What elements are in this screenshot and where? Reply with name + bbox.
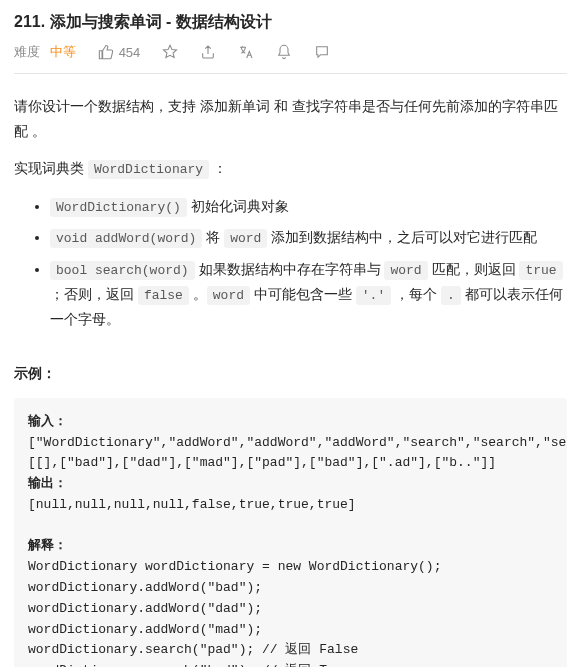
method-text: 如果数据结构中存在字符串与 [195,261,385,277]
class-name-code: WordDictionary [88,160,209,179]
bell-icon [276,44,292,60]
example-output-line: [null,null,null,null,false,true,true,tru… [28,497,356,512]
method-code: word [224,229,267,248]
desc-paragraph-2: 实现词典类 WordDictionary ： [14,156,567,181]
method-code: '.' [356,286,391,305]
difficulty-value: 中等 [50,44,76,59]
problem-description: 请你设计一个数据结构，支持 添加新单词 和 查找字符串是否与任何先前添加的字符串… [14,94,567,667]
thumbs-up-icon [98,44,114,60]
method-item-0: WordDictionary() 初始化词典对象 [50,194,567,219]
method-item-1: void addWord(word) 将 word 添加到数据结构中，之后可以对… [50,225,567,250]
share-icon [200,44,216,60]
desc-paragraph-1: 请你设计一个数据结构，支持 添加新单词 和 查找字符串是否与任何先前添加的字符串… [14,94,567,144]
like-button[interactable]: 454 [98,44,141,60]
favorite-button[interactable] [162,44,178,60]
share-button[interactable] [200,44,216,60]
method-text: ，每个 [391,286,441,302]
example-explain-line: wordDictionary.search("pad"); // 返回 Fals… [28,642,358,657]
feedback-button[interactable] [314,44,330,60]
example-explain-line: wordDictionary.addWord("mad"); [28,622,262,637]
example-block: 输入： ["WordDictionary","addWord","addWord… [14,398,567,667]
example-explain-line: wordDictionary.addWord("dad"); [28,601,262,616]
example-explain-label: 解释： [28,538,67,553]
method-list: WordDictionary() 初始化词典对象 void addWord(wo… [14,194,567,333]
example-output-label: 输出： [28,476,67,491]
chat-icon [314,44,330,60]
method-code: false [138,286,189,305]
example-input-line1: ["WordDictionary","addWord","addWord","a… [28,435,567,450]
method-code: . [441,286,461,305]
difficulty: 难度 中等 [14,43,76,61]
problem-title: 211. 添加与搜索单词 - 数据结构设计 [14,12,567,33]
example-explain-line: wordDictionary.addWord("bad"); [28,580,262,595]
method-text: 。 [189,286,207,302]
method-code: word [207,286,250,305]
translate-icon [238,44,254,60]
method-code: bool search(word) [50,261,195,280]
method-code: void addWord(word) [50,229,202,248]
method-text: 添加到数据结构中，之后可以对它进行匹配 [267,229,537,245]
example-label: 示例： [14,361,567,386]
method-text: 将 [202,229,224,245]
example-explain-line: WordDictionary wordDictionary = new Word… [28,559,441,574]
desc-p2-prefix: 实现词典类 [14,160,88,176]
example-input-label: 输入： [28,414,67,429]
method-text: ；否则，返回 [50,286,138,302]
star-icon [162,44,178,60]
example-input-line2: [[],["bad"],["dad"],["mad"],["pad"],["ba… [28,455,496,470]
method-text: 初始化词典对象 [187,198,289,214]
method-code: word [384,261,427,280]
example-explain-line: wordDictionary.search("bad"); // 返回 True [28,663,350,667]
translate-button[interactable] [238,44,254,60]
difficulty-label: 难度 [14,44,40,59]
method-text: 匹配，则返回 [428,261,520,277]
method-item-2: bool search(word) 如果数据结构中存在字符串与 word 匹配，… [50,257,567,333]
method-code: true [519,261,562,280]
meta-bar: 难度 中等 454 [14,43,567,74]
desc-p2-suffix: ： [209,160,227,176]
notify-button[interactable] [276,44,292,60]
method-code: WordDictionary() [50,198,187,217]
method-text: 中可能包含一些 [250,286,356,302]
like-count: 454 [119,45,141,60]
